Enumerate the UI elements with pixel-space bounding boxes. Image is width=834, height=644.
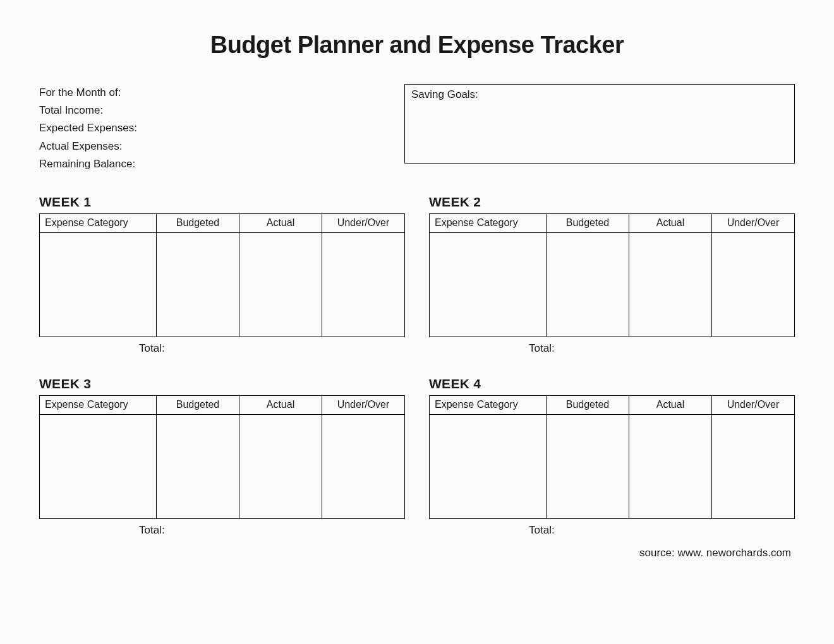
income-label: Total Income: xyxy=(39,102,380,119)
week-4-total: Total: xyxy=(429,524,795,537)
cell-under-over xyxy=(711,232,794,337)
source-attribution: source: www. neworchards.com xyxy=(39,547,795,559)
header-category: Expense Category xyxy=(40,395,157,414)
week-1-table: Expense Category Budgeted Actual Under/O… xyxy=(39,213,405,337)
week-4-table: Expense Category Budgeted Actual Under/O… xyxy=(429,395,795,519)
top-section: For the Month of: Total Income: Expected… xyxy=(39,84,795,173)
cell-budgeted xyxy=(546,232,629,337)
header-under-over: Under/Over xyxy=(322,213,404,232)
header-under-over: Under/Over xyxy=(711,395,794,414)
cell-category xyxy=(40,232,157,337)
week-4-title: WEEK 4 xyxy=(429,376,795,391)
header-under-over: Under/Over xyxy=(711,213,794,232)
table-header-row: Expense Category Budgeted Actual Under/O… xyxy=(430,395,795,414)
week-3-title: WEEK 3 xyxy=(39,376,405,391)
summary-block: For the Month of: Total Income: Expected… xyxy=(39,84,380,173)
header-category: Expense Category xyxy=(430,213,547,232)
table-header-row: Expense Category Budgeted Actual Under/O… xyxy=(40,213,405,232)
expected-label: Expected Expenses: xyxy=(39,119,380,136)
cell-under-over xyxy=(711,414,794,518)
cell-actual xyxy=(629,232,711,337)
week-2-total: Total: xyxy=(429,342,795,355)
week-3-block: WEEK 3 Expense Category Budgeted Actual … xyxy=(39,376,405,537)
header-actual: Actual xyxy=(629,213,711,232)
weeks-grid: WEEK 1 Expense Category Budgeted Actual … xyxy=(39,194,795,537)
header-actual: Actual xyxy=(629,395,711,414)
header-budgeted: Budgeted xyxy=(156,213,239,232)
table-body-row xyxy=(430,414,795,518)
cell-budgeted xyxy=(156,232,239,337)
page-title: Budget Planner and Expense Tracker xyxy=(39,32,795,59)
cell-under-over xyxy=(322,414,404,518)
header-actual: Actual xyxy=(239,395,322,414)
table-body-row xyxy=(430,232,795,337)
saving-goals-label: Saving Goals: xyxy=(411,88,478,100)
header-budgeted: Budgeted xyxy=(546,213,629,232)
cell-budgeted xyxy=(546,414,629,518)
cell-actual xyxy=(239,232,322,337)
header-category: Expense Category xyxy=(430,395,547,414)
cell-category xyxy=(430,414,547,518)
cell-category xyxy=(40,414,157,518)
cell-actual xyxy=(629,414,711,518)
table-body-row xyxy=(40,414,405,518)
remaining-label: Remaining Balance: xyxy=(39,155,380,172)
week-2-table: Expense Category Budgeted Actual Under/O… xyxy=(429,213,795,337)
week-2-title: WEEK 2 xyxy=(429,194,795,210)
table-header-row: Expense Category Budgeted Actual Under/O… xyxy=(40,395,405,414)
actual-expenses-label: Actual Expenses: xyxy=(39,138,380,155)
cell-actual xyxy=(239,414,322,518)
cell-under-over xyxy=(322,232,404,337)
week-1-block: WEEK 1 Expense Category Budgeted Actual … xyxy=(39,194,405,355)
week-1-total: Total: xyxy=(39,342,405,355)
header-under-over: Under/Over xyxy=(322,395,404,414)
month-label: For the Month of: xyxy=(39,84,380,101)
week-1-title: WEEK 1 xyxy=(39,194,405,210)
header-budgeted: Budgeted xyxy=(546,395,629,414)
week-3-table: Expense Category Budgeted Actual Under/O… xyxy=(39,395,405,519)
week-4-block: WEEK 4 Expense Category Budgeted Actual … xyxy=(429,376,795,537)
table-body-row xyxy=(40,232,405,337)
cell-category xyxy=(430,232,547,337)
cell-budgeted xyxy=(156,414,239,518)
saving-goals-box: Saving Goals: xyxy=(404,84,795,164)
header-category: Expense Category xyxy=(40,213,157,232)
header-actual: Actual xyxy=(239,213,322,232)
table-header-row: Expense Category Budgeted Actual Under/O… xyxy=(430,213,795,232)
week-2-block: WEEK 2 Expense Category Budgeted Actual … xyxy=(429,194,795,355)
week-3-total: Total: xyxy=(39,524,405,537)
header-budgeted: Budgeted xyxy=(156,395,239,414)
